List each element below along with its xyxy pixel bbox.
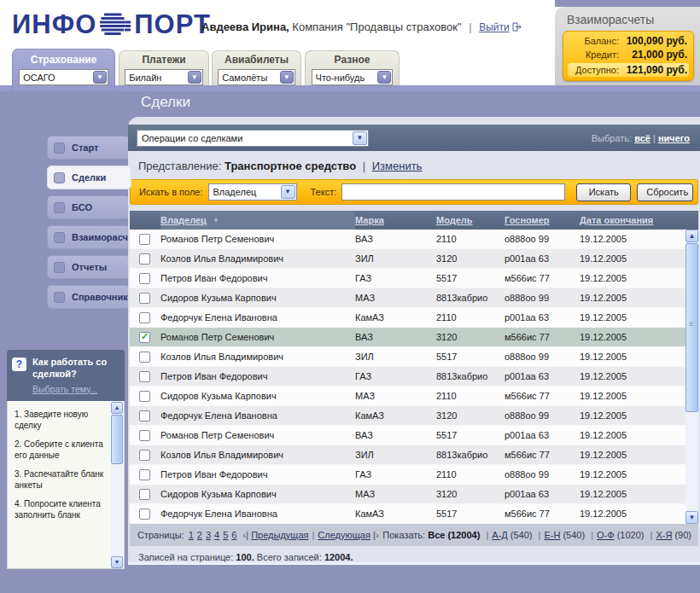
- letter-group-link[interactable]: Х-Я: [656, 530, 672, 540]
- page-number-link[interactable]: 3: [206, 530, 211, 540]
- module-tab-dropdown[interactable]: Билайн ▼: [125, 69, 203, 85]
- table-row[interactable]: Козлов Илья Владимирович ЗИЛ 3120 р001аа…: [130, 249, 685, 269]
- letter-group-link[interactable]: А-Д: [492, 530, 507, 540]
- search-input[interactable]: [341, 183, 565, 201]
- sidebar-nav: Старт Сделки БСО Взаиморасчеты Отчеты: [47, 136, 131, 315]
- table-row[interactable]: Романов Петр Семенович ВАЗ 3120 м566ис 7…: [130, 328, 685, 347]
- row-checkbox[interactable]: [139, 391, 150, 402]
- column-header-model[interactable]: Модель: [436, 215, 505, 225]
- page-number-link[interactable]: 1: [189, 530, 194, 540]
- module-tab[interactable]: Страхование ОСАГО ▼: [12, 49, 115, 91]
- chevron-down-icon[interactable]: ▼: [353, 131, 367, 145]
- table-row[interactable]: Романов Петр Семенович ВАЗ 5517 р001аа 6…: [130, 426, 685, 445]
- row-checkbox[interactable]: [139, 509, 150, 520]
- table-row[interactable]: Петров Иван Федорович ГАЗ 2110 о888оо 99…: [130, 465, 685, 485]
- row-checkbox[interactable]: [139, 332, 150, 343]
- scroll-down-icon[interactable]: ▼: [685, 511, 698, 524]
- column-header-end-date[interactable]: Дата окончания: [580, 215, 685, 225]
- search-text-label: Текст:: [311, 187, 337, 197]
- help-scrollbar[interactable]: ▲ ▼: [111, 402, 123, 568]
- module-tab-dropdown[interactable]: ОСАГО ▼: [19, 69, 108, 85]
- sidebar-item[interactable]: Справочники: [47, 285, 130, 309]
- page-number-link[interactable]: 5: [223, 530, 228, 540]
- table-row[interactable]: Федорчук Елена Ивановна КамАЗ 5517 м566и…: [130, 504, 685, 524]
- row-checkbox[interactable]: [139, 234, 150, 245]
- table-row[interactable]: Петров Иван Федорович ГАЗ 8813кабрио р00…: [130, 367, 685, 387]
- search-field-dropdown[interactable]: Владелец ▼: [208, 183, 297, 201]
- logout-link[interactable]: Выйти: [479, 21, 510, 33]
- letter-group-count: (90): [674, 530, 691, 540]
- sidebar-item-label: Справочники: [72, 292, 134, 302]
- cell-plate: р001аа 63: [505, 371, 580, 381]
- column-header-plate[interactable]: Госномер: [505, 215, 580, 225]
- table-row[interactable]: Романов Петр Семенович ВАЗ 2110 о888оо 9…: [130, 230, 685, 249]
- table-scrollbar-thumb[interactable]: [685, 243, 698, 412]
- table-row[interactable]: Сидоров Кузьма Карпович МАЗ 8813кабрио о…: [130, 288, 685, 308]
- cell-make: ГАЗ: [355, 469, 436, 480]
- sidebar-item[interactable]: БСО: [47, 195, 130, 219]
- column-header-owner[interactable]: Владелец▼: [160, 211, 355, 230]
- chevron-down-icon[interactable]: ▼: [188, 71, 201, 84]
- choose-topic-link[interactable]: Выбрать тему...: [32, 384, 97, 394]
- page-number-link[interactable]: 4: [214, 530, 219, 540]
- cell-plate: м566ис 77: [505, 509, 580, 519]
- row-checkbox[interactable]: [139, 489, 150, 500]
- scroll-up-icon[interactable]: ▲: [111, 402, 123, 414]
- row-checkbox[interactable]: [139, 450, 150, 461]
- table-row[interactable]: Федорчук Елена Ивановна КамАЗ 3120 о888о…: [130, 406, 685, 426]
- table-row[interactable]: Козлов Илья Владимирович ЗИЛ 5517 о888оо…: [130, 347, 685, 367]
- table-row[interactable]: Петров Иван Федорович ГАЗ 5517 м566ис 77…: [130, 269, 685, 288]
- chevron-down-icon[interactable]: ▼: [281, 185, 295, 199]
- row-checkbox[interactable]: [139, 410, 150, 421]
- reset-button[interactable]: Сбросить: [637, 183, 693, 201]
- table-row[interactable]: Козлов Илья Владимирович ЗИЛ 8813кабрио …: [130, 445, 685, 465]
- cell-make: ВАЗ: [355, 332, 436, 342]
- scroll-up-icon[interactable]: ▲: [685, 230, 698, 242]
- sidebar-item[interactable]: Отчеты: [47, 255, 130, 279]
- table-row[interactable]: Сидоров Кузьма Карпович МАЗ 2110 м566ис …: [130, 387, 685, 406]
- module-tab-dropdown[interactable]: Самолёты ▼: [218, 69, 295, 85]
- row-checkbox[interactable]: [139, 469, 150, 480]
- row-checkbox[interactable]: [139, 371, 150, 382]
- sidebar-item[interactable]: Сделки: [47, 166, 131, 189]
- module-tab[interactable]: Авиабилеты Самолёты ▼: [212, 50, 301, 85]
- sidebar-item[interactable]: Взаиморасчеты: [47, 225, 130, 249]
- operations-dropdown[interactable]: Операции со сделками ▼: [137, 130, 369, 147]
- row-checkbox[interactable]: [139, 273, 150, 284]
- page-number-link[interactable]: 6: [231, 530, 236, 540]
- row-checkbox[interactable]: [139, 253, 150, 265]
- cell-owner: Козлов Илья Владимирович: [160, 253, 355, 264]
- row-checkbox[interactable]: [139, 430, 150, 441]
- next-arrow-icon[interactable]: |›: [373, 530, 379, 540]
- cell-plate: о888оо 99: [505, 293, 580, 303]
- cell-owner: Козлов Илья Владимирович: [160, 352, 355, 362]
- table-row[interactable]: Сидоров Кузьма Карпович МАЗ 3120 р001аа …: [130, 485, 685, 504]
- row-checkbox[interactable]: [139, 352, 150, 363]
- previous-arrow-icon[interactable]: ‹|: [242, 530, 248, 540]
- row-checkbox[interactable]: [139, 312, 150, 323]
- table-row[interactable]: Федорчук Елена Ивановна КамАЗ 2110 р001а…: [130, 308, 685, 328]
- module-tab[interactable]: Разное Что-нибудь ▼: [305, 50, 400, 85]
- chevron-down-icon[interactable]: ▼: [377, 71, 391, 84]
- row-checkbox[interactable]: [139, 293, 150, 304]
- select-all-link[interactable]: всё: [634, 133, 650, 143]
- page-number-link[interactable]: 2: [197, 530, 202, 540]
- search-button[interactable]: Искать: [576, 183, 631, 201]
- help-scrollbar-thumb[interactable]: [111, 415, 123, 464]
- sidebar-item[interactable]: Старт: [47, 136, 130, 160]
- view-change-link[interactable]: Изменить: [372, 160, 423, 172]
- letter-group-link[interactable]: Е-Н: [544, 530, 560, 540]
- row-checkbox-cell: [130, 410, 160, 421]
- table-scrollbar[interactable]: ▲ ▼: [685, 230, 698, 524]
- previous-page-link[interactable]: Предыдущая: [251, 530, 308, 540]
- module-tab-dropdown[interactable]: Что-нибудь ▼: [312, 69, 394, 85]
- column-header-make[interactable]: Марка: [355, 215, 436, 225]
- select-none-link[interactable]: ничего: [658, 133, 690, 143]
- chevron-down-icon[interactable]: ▼: [93, 71, 107, 84]
- letter-group-link[interactable]: О-Ф: [597, 530, 615, 540]
- scroll-down-icon[interactable]: ▼: [111, 556, 123, 568]
- chevron-down-icon[interactable]: ▼: [280, 71, 294, 84]
- next-page-link[interactable]: Следующая: [318, 530, 370, 540]
- cell-owner: Петров Иван Федорович: [160, 371, 355, 381]
- module-tab[interactable]: Платежи Билайн ▼: [119, 50, 209, 85]
